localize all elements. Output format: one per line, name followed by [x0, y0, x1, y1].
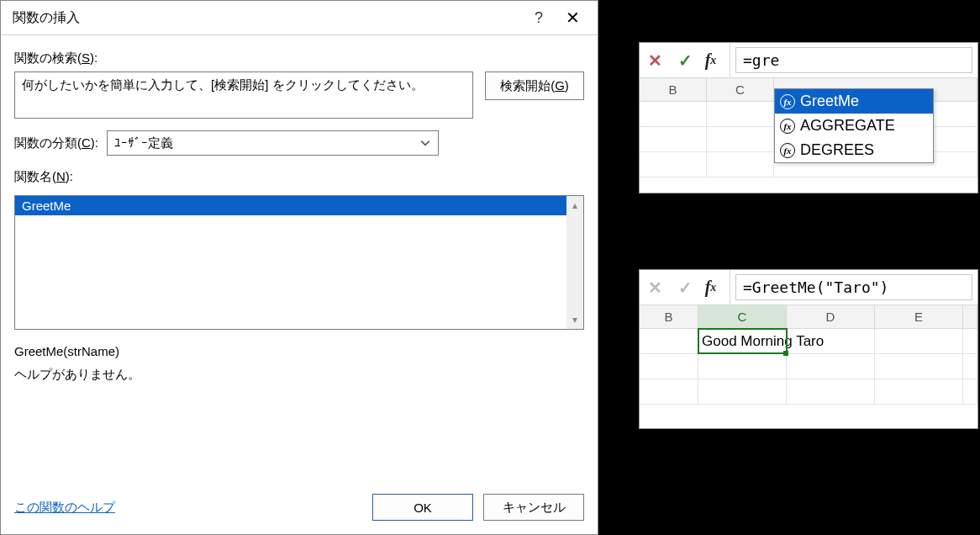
cell[interactable]: [875, 354, 963, 379]
column-headers: BCDE: [640, 305, 977, 329]
grid-row[interactable]: [640, 379, 977, 405]
cell[interactable]: [707, 102, 774, 126]
search-input[interactable]: 何がしたいかを簡単に入力して、[検索開始] をクリックしてください。: [14, 72, 473, 119]
function-help-link[interactable]: この関数のヘルプ: [14, 500, 362, 516]
column-header[interactable]: B: [640, 78, 707, 101]
category-select[interactable]: ﾕｰｻﾞｰ定義: [107, 130, 439, 156]
cell[interactable]: [640, 379, 698, 404]
formula-cancel-icon[interactable]: ✕: [640, 43, 670, 77]
formula-cancel-icon[interactable]: ✕: [640, 270, 670, 305]
column-header[interactable]: C: [707, 78, 774, 101]
help-icon[interactable]: ?: [522, 9, 556, 27]
formula-autocomplete-panel: ✕ ✓ fx =gre BC fxGreetMefxAGGREGATEfxDEG…: [639, 42, 978, 193]
cell[interactable]: [963, 329, 977, 353]
cell[interactable]: [875, 379, 963, 404]
autocomplete-label: GreetMe: [800, 93, 859, 110]
autocomplete-dropdown[interactable]: fxGreetMefxAGGREGATEfxDEGREES: [774, 88, 934, 163]
cell[interactable]: [640, 102, 707, 126]
dialog-title: 関数の挿入: [13, 9, 522, 27]
cell[interactable]: [640, 329, 698, 353]
fx-icon: fx: [780, 94, 795, 109]
formula-accept-icon[interactable]: ✓: [670, 270, 700, 305]
cell[interactable]: [698, 379, 787, 404]
cell[interactable]: [963, 354, 977, 379]
cell[interactable]: [640, 152, 707, 177]
search-go-button[interactable]: 検索開始(G): [485, 72, 584, 100]
cell[interactable]: [963, 379, 977, 404]
function-name-label: 関数名(N):: [14, 169, 584, 185]
formula-result-panel: ✕ ✓ fx =GreetMe("Taro") BCDE Good Mornin…: [639, 269, 978, 429]
function-listbox[interactable]: GreetMe ▴ ▾: [14, 195, 584, 330]
scrollbar[interactable]: ▴ ▾: [566, 196, 583, 329]
grid-row[interactable]: [640, 354, 977, 379]
cell[interactable]: [698, 354, 787, 379]
close-icon[interactable]: ✕: [556, 8, 589, 28]
function-signature: GreetMe(strName): [14, 340, 584, 363]
autocomplete-item[interactable]: fxGreetMe: [775, 89, 933, 114]
column-header[interactable]: [963, 305, 977, 328]
fx-icon: fx: [780, 119, 795, 134]
cell[interactable]: [707, 127, 774, 151]
list-item[interactable]: GreetMe: [15, 196, 583, 215]
category-value: ﾕｰｻﾞｰ定義: [114, 135, 173, 151]
cell[interactable]: [787, 354, 875, 379]
cell[interactable]: [875, 329, 963, 353]
cell[interactable]: Good Morning Taro: [698, 329, 787, 353]
category-label: 関数の分類(C):: [14, 135, 98, 151]
scroll-down-icon[interactable]: ▾: [572, 314, 577, 326]
fx-icon[interactable]: fx: [700, 43, 730, 77]
dialog-footer: この関数のヘルプ OK キャンセル: [1, 484, 598, 534]
column-header[interactable]: D: [787, 305, 875, 328]
dialog-titlebar: 関数の挿入 ? ✕: [1, 1, 598, 35]
cancel-button[interactable]: キャンセル: [483, 494, 584, 521]
cell[interactable]: [640, 127, 707, 151]
formula-input[interactable]: =GreetMe("Taro"): [735, 274, 972, 300]
autocomplete-item[interactable]: fxAGGREGATE: [775, 114, 933, 138]
cell[interactable]: [787, 379, 875, 404]
function-help-text: ヘルプがありません。: [14, 363, 584, 385]
autocomplete-label: AGGREGATE: [800, 117, 895, 135]
worksheet-grid[interactable]: Good Morning Taro: [640, 329, 977, 405]
formula-bar: ✕ ✓ fx =gre: [640, 43, 977, 78]
cell[interactable]: [707, 152, 774, 177]
cell[interactable]: [640, 354, 698, 379]
column-header[interactable]: E: [875, 305, 963, 328]
formula-input[interactable]: =gre: [735, 47, 972, 73]
autocomplete-item[interactable]: fxDEGREES: [775, 138, 933, 162]
column-header[interactable]: C: [698, 305, 787, 328]
search-label: 関数の検索(S):: [14, 50, 584, 66]
dialog-body: 関数の検索(S): 何がしたいかを簡単に入力して、[検索開始] をクリックしてく…: [1, 35, 598, 484]
insert-function-dialog: 関数の挿入 ? ✕ 関数の検索(S): 何がしたいかを簡単に入力して、[検索開始…: [0, 0, 598, 535]
fx-icon: fx: [780, 143, 795, 158]
function-description: GreetMe(strName) ヘルプがありません。: [14, 340, 584, 385]
grid-row[interactable]: Good Morning Taro: [640, 329, 977, 354]
formula-bar: ✕ ✓ fx =GreetMe("Taro"): [640, 270, 977, 305]
ok-button[interactable]: OK: [372, 494, 473, 521]
column-header[interactable]: B: [640, 305, 698, 328]
chevron-down-icon: [418, 135, 433, 151]
fx-icon[interactable]: fx: [700, 270, 730, 305]
autocomplete-label: DEGREES: [800, 141, 874, 159]
scroll-up-icon[interactable]: ▴: [572, 199, 577, 211]
formula-accept-icon[interactable]: ✓: [670, 43, 700, 77]
